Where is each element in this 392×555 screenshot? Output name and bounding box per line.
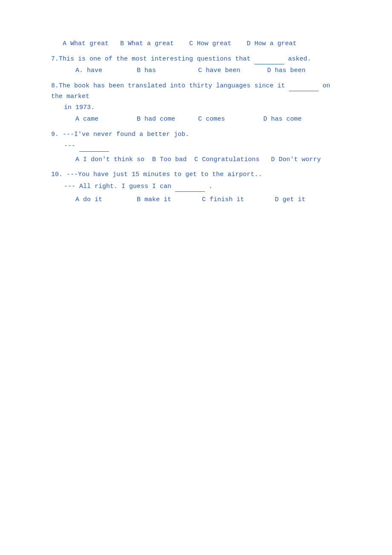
question-10-text: 10. ---You have just 15 minutes to get t… bbox=[51, 169, 341, 180]
question-8-options: A came B had come C comes D has come bbox=[51, 114, 341, 125]
exam-content: A What great B What a great C How great … bbox=[51, 38, 341, 205]
question-10-options: A do it B make it C finish it D get it bbox=[51, 194, 341, 205]
question-9-block: 9. ---I've never found a better job. ---… bbox=[51, 129, 341, 165]
blank-9 bbox=[79, 145, 109, 152]
prefix-options-line: A What great B What a great C How great … bbox=[51, 38, 341, 49]
question-prefix-block: A What great B What a great C How great … bbox=[51, 38, 341, 49]
question-8-block: 8.The book has been translated into thir… bbox=[51, 81, 341, 125]
question-9-text: 9. ---I've never found a better job. bbox=[51, 129, 341, 140]
question-10-block: 10. ---You have just 15 minutes to get t… bbox=[51, 169, 341, 205]
question-8-text: 8.The book has been translated into thir… bbox=[51, 81, 341, 102]
blank-7 bbox=[254, 58, 284, 64]
question-8-continued: in 1973. bbox=[51, 102, 341, 113]
question-9-sub: --- bbox=[51, 141, 341, 152]
question-7-options: A. have B has C have been D has been bbox=[51, 65, 341, 76]
question-7-block: 7.This is one of the most interesting qu… bbox=[51, 54, 341, 76]
question-9-options: A I don't think so B Too bad C Congratul… bbox=[51, 154, 341, 165]
blank-8 bbox=[289, 85, 319, 91]
blank-10 bbox=[175, 185, 205, 192]
question-10-sub: --- All right. I guess I can . bbox=[51, 181, 341, 192]
question-7-text: 7.This is one of the most interesting qu… bbox=[51, 54, 341, 65]
